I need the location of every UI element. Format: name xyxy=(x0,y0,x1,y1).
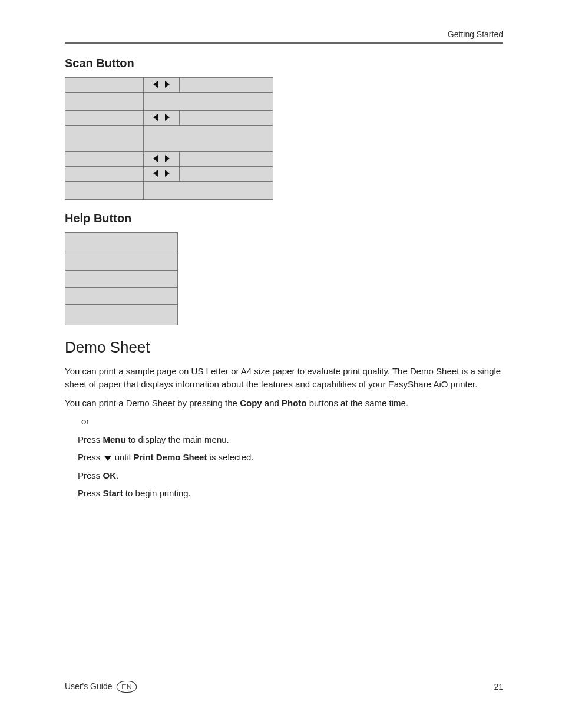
text: to display the main menu. xyxy=(126,434,229,444)
text: to begin printing. xyxy=(123,488,191,498)
value-cell xyxy=(144,93,273,111)
table-row xyxy=(65,233,178,253)
bold-start: Start xyxy=(103,488,123,498)
triangle-left-icon xyxy=(153,170,158,177)
triangle-left-icon xyxy=(153,114,158,121)
bold-copy: Copy xyxy=(240,398,262,408)
table-row xyxy=(65,253,178,271)
triangle-left-icon xyxy=(153,155,158,162)
running-header: Getting Started xyxy=(65,29,503,39)
text: Press xyxy=(78,434,103,444)
triangle-right-icon xyxy=(165,81,170,88)
arrow-cell xyxy=(144,78,180,93)
table-row xyxy=(65,305,178,325)
text: buttons at the same time. xyxy=(307,398,409,408)
text: Press xyxy=(78,488,103,498)
value-cell xyxy=(144,126,273,152)
value-cell xyxy=(180,111,273,126)
text: You can print a Demo Sheet by pressing t… xyxy=(65,398,240,408)
text: until xyxy=(113,452,134,462)
list-item: or xyxy=(78,415,503,429)
header-rule xyxy=(65,42,503,44)
text: is selected. xyxy=(207,452,253,462)
demo-paragraph-2: You can print a Demo Sheet by pressing t… xyxy=(65,397,503,410)
bold-print-demo-sheet: Print Demo Sheet xyxy=(133,452,207,462)
value-cell xyxy=(144,182,273,200)
text: and xyxy=(262,398,282,408)
arrow-cell xyxy=(144,167,180,182)
arrow-cell xyxy=(144,111,180,126)
help-button-table xyxy=(65,232,178,325)
heading-help-button: Help Button xyxy=(65,212,503,225)
triangle-left-icon xyxy=(153,81,158,88)
table-row xyxy=(65,78,144,93)
triangle-right-icon xyxy=(165,114,170,121)
table-row xyxy=(65,271,178,288)
text: Press xyxy=(78,452,103,462)
list-item: Press until Print Demo Sheet is selected… xyxy=(78,451,503,465)
triangle-right-icon xyxy=(165,155,170,162)
text: Press xyxy=(78,470,103,480)
arrow-cell xyxy=(144,152,180,167)
text: . xyxy=(116,470,118,480)
bold-ok: OK xyxy=(103,470,117,480)
demo-paragraph-1: You can print a sample page on US Letter… xyxy=(65,365,503,391)
heading-scan-button: Scan Button xyxy=(65,57,503,70)
triangle-right-icon xyxy=(165,170,170,177)
down-arrow-icon xyxy=(104,456,111,461)
value-cell xyxy=(180,167,273,182)
list-item: Press OK. xyxy=(78,469,503,483)
table-row xyxy=(65,167,144,182)
table-row xyxy=(65,182,144,200)
footer-left: User's Guide EN xyxy=(65,681,135,693)
bold-photo: Photo xyxy=(282,398,307,408)
value-cell xyxy=(180,152,273,167)
table-row xyxy=(65,111,144,126)
table-row xyxy=(65,152,144,167)
table-row xyxy=(65,126,144,152)
bold-menu: Menu xyxy=(103,434,126,444)
heading-demo-sheet: Demo Sheet xyxy=(65,338,503,357)
scan-button-table xyxy=(65,77,273,200)
footer-guide-label: User's Guide xyxy=(65,681,112,691)
language-badge: EN xyxy=(117,681,137,693)
table-row xyxy=(65,288,178,305)
list-item: Press Start to begin printing. xyxy=(78,487,503,500)
text: or xyxy=(81,416,89,426)
page-number: 21 xyxy=(494,682,503,691)
list-item: Press Menu to display the main menu. xyxy=(78,433,503,447)
value-cell xyxy=(180,78,273,93)
demo-steps: or Press Menu to display the main menu. … xyxy=(78,415,503,500)
table-row xyxy=(65,93,144,111)
